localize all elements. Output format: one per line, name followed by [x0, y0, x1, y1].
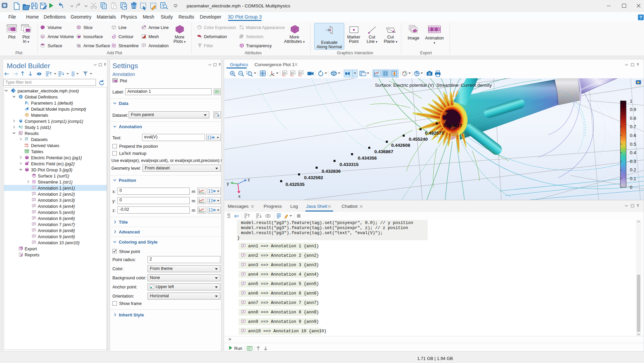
svg-text:xy: xy [283, 71, 286, 74]
svg-text:0.442608: 0.442608 [391, 143, 410, 148]
svg-text:xz: xz [299, 71, 302, 74]
svg-text:¡: ¡ [28, 102, 29, 105]
svg-text:0.434356: 0.434356 [358, 156, 377, 161]
svg-text:0.432836: 0.432836 [322, 169, 341, 174]
svg-text:Surface: Electric potential (V: Surface: Electric potential (V) Streamli… [375, 83, 492, 88]
svg-text:0.433315: 0.433315 [340, 162, 359, 167]
svg-text:y: y [227, 181, 229, 186]
svg-text:Run: Run [234, 346, 242, 351]
svg-text:x: x [238, 194, 241, 199]
svg-text:1: 1 [630, 99, 633, 104]
svg-text:0.8: 0.8 [630, 116, 636, 121]
svg-text:e-12: e-12 [25, 145, 28, 147]
svg-text:0.6: 0.6 [630, 133, 636, 138]
svg-text:0.492577: 0.492577 [425, 131, 444, 136]
svg-text:0.7: 0.7 [630, 124, 636, 129]
svg-text:P: P [25, 101, 27, 105]
svg-text:0.455240: 0.455240 [409, 137, 428, 142]
svg-text:0.1: 0.1 [630, 176, 636, 181]
svg-text:0.3: 0.3 [630, 159, 636, 164]
svg-text:0.2: 0.2 [630, 167, 636, 172]
svg-text:0.4: 0.4 [630, 150, 636, 155]
svg-text:0.5: 0.5 [630, 142, 636, 147]
svg-text:a=: a= [234, 214, 239, 218]
svg-text:z: z [248, 177, 250, 182]
svg-text:0.436867: 0.436867 [374, 149, 393, 154]
svg-text:0.432535: 0.432535 [286, 182, 305, 187]
svg-text:0.432592: 0.432592 [304, 175, 323, 180]
svg-text:0.644517: 0.644517 [443, 123, 462, 128]
svg-text:yz: yz [291, 71, 294, 74]
svg-text:0: 0 [630, 185, 633, 190]
svg-text:0.9: 0.9 [630, 107, 636, 112]
